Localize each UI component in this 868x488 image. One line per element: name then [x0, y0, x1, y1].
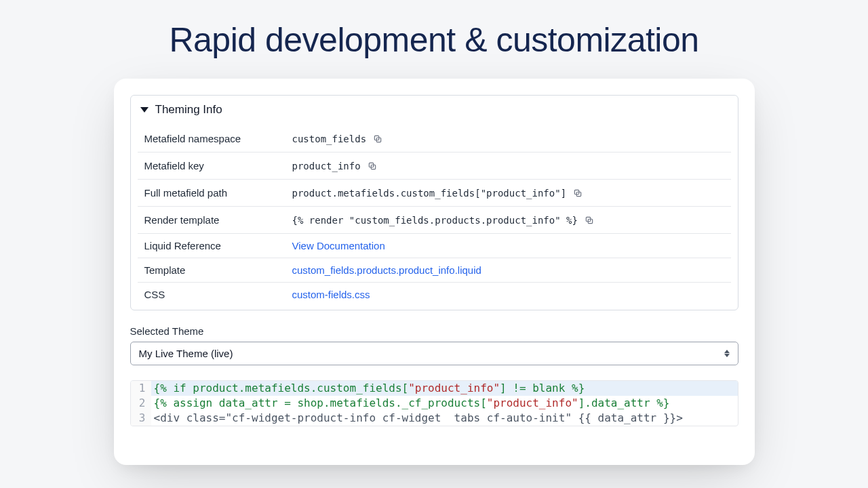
path-value: product.metafields.custom_fields["produc… [292, 188, 567, 199]
copy-icon[interactable] [585, 216, 594, 225]
row-label: CSS [144, 289, 292, 300]
row-render-template: Render template {% render "custom_fields… [138, 206, 731, 233]
row-label: Template [144, 264, 292, 276]
row-label: Liquid Reference [144, 240, 292, 251]
row-label: Render template [144, 214, 292, 226]
copy-icon[interactable] [373, 134, 382, 144]
view-documentation-link[interactable]: View Documentation [292, 240, 385, 251]
row-template: Template custom_fields.products.product_… [138, 258, 731, 282]
panel-header[interactable]: Theming Info [131, 96, 738, 124]
code-line-3: 3 <div class="cf-widget-product-info cf-… [131, 411, 738, 426]
code-line-2: 2 {% assign data_attr = shop.metafields.… [131, 396, 738, 411]
line-number: 1 [131, 381, 151, 396]
row-full-metafield-path: Full metafield path product.metafields.c… [138, 179, 731, 206]
code-editor[interactable]: 1 {% if product.metafields.custom_fields… [130, 380, 738, 426]
key-value: product_info [292, 161, 361, 171]
line-number: 3 [131, 411, 151, 426]
copy-icon[interactable] [368, 161, 377, 171]
selected-theme-label: Selected Theme [130, 325, 738, 337]
row-label: Full metafield path [144, 187, 292, 199]
row-metafield-namespace: Metafield namespace custom_fields [138, 125, 731, 152]
render-value: {% render "custom_fields.products.produc… [292, 215, 578, 226]
row-label: Metafield key [144, 160, 292, 171]
panel-title: Theming Info [155, 103, 222, 117]
theme-select[interactable]: My Live Theme (live) [130, 342, 738, 365]
namespace-value: custom_fields [292, 134, 367, 144]
row-label: Metafield namespace [144, 133, 292, 144]
copy-icon[interactable] [573, 188, 583, 198]
select-caret-icon [724, 350, 730, 357]
row-metafield-key: Metafield key product_info [138, 152, 731, 179]
css-file-link[interactable]: custom-fields.css [292, 289, 370, 300]
code-line-1: 1 {% if product.metafields.custom_fields… [131, 381, 738, 396]
disclosure-triangle-icon [140, 107, 149, 113]
line-number: 2 [131, 396, 151, 411]
theme-select-value: My Live Theme (live) [139, 348, 233, 359]
row-css: CSS custom-fields.css [138, 282, 731, 310]
main-card: Theming Info Metafield namespace custom_… [114, 79, 755, 465]
theming-info-panel: Theming Info Metafield namespace custom_… [130, 95, 738, 310]
page-title: Rapid development & customization [0, 20, 868, 60]
row-liquid-reference: Liquid Reference View Documentation [138, 233, 731, 258]
template-file-link[interactable]: custom_fields.products.product_info.liqu… [292, 264, 481, 276]
